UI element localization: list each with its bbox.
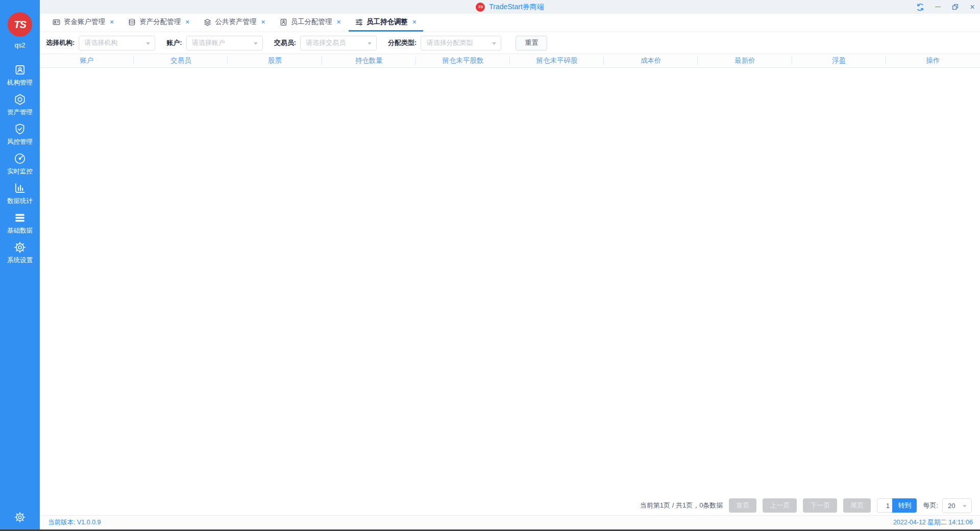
sidebar-settings-button[interactable] <box>0 511 40 523</box>
reset-button[interactable]: 重置 <box>516 36 547 50</box>
minimize-button[interactable] <box>933 3 942 12</box>
realtime-gauge-icon <box>13 152 27 165</box>
sidebar-item-label: 机构管理 <box>7 79 33 87</box>
status-bar: 当前版本: V1.0.0.9 2022-04-12 星期二 14:11:06 <box>40 515 980 529</box>
last-page-button[interactable]: 尾页 <box>843 498 871 513</box>
alloc-type-select[interactable]: 请选择分配类型 <box>421 36 501 50</box>
account-card-icon <box>53 18 60 26</box>
window-title: TradeStart券商端 <box>489 3 544 12</box>
layers-icon <box>204 18 211 26</box>
column-header-floating-profit: 浮盈 <box>792 54 886 67</box>
tab-asset-allocation-management[interactable]: 资产分配管理 × <box>121 14 196 32</box>
table-body-empty <box>40 68 980 496</box>
tab-close-icon[interactable]: × <box>337 18 341 26</box>
column-header-trader: 交易员 <box>134 54 228 67</box>
column-header-position-qty: 持仓数量 <box>322 54 416 67</box>
tab-close-icon[interactable]: × <box>185 18 189 26</box>
datetime-text: 2022-04-12 星期二 14:11:06 <box>893 518 973 527</box>
minimize-icon <box>935 7 941 7</box>
alloc-type-select-label: 分配类型: <box>388 38 416 47</box>
tab-fund-account-management[interactable]: 资金账户管理 × <box>46 14 120 32</box>
sidebar-item-data-statistics[interactable]: 数据统计 <box>7 182 33 206</box>
sidebar-item-label: 实时监控 <box>7 167 33 176</box>
trader-select-label: 交易员: <box>274 38 296 47</box>
tab-close-icon[interactable]: × <box>261 18 265 26</box>
sliders-icon <box>355 18 363 26</box>
pagination-bar: 当前第1页 / 共1页，0条数据 首页 上一页 下一页 尾页 转到 每页: 20 <box>40 496 980 515</box>
column-header-cost-price: 成本价 <box>604 54 698 67</box>
base-data-icon <box>13 211 27 224</box>
refresh-button[interactable] <box>916 3 925 12</box>
tab-employee-allocation-management[interactable]: 员工分配管理 × <box>273 14 348 32</box>
column-header-odd-shares: 留仓未平碎股 <box>510 54 604 67</box>
app-logo: TS <box>8 12 32 37</box>
chevron-down-icon <box>368 42 372 45</box>
close-icon: × <box>970 3 974 11</box>
per-page-select[interactable]: 20 <box>942 498 972 513</box>
sidebar-item-asset-management[interactable]: 资产管理 <box>7 93 33 117</box>
titlebar: TS TradeStart券商端 <box>40 0 980 14</box>
sidebar-menu: 机构管理 资产管理 <box>7 63 33 265</box>
tab-label: 资产分配管理 <box>139 17 181 27</box>
sidebar-item-label: 风控管理 <box>7 138 33 146</box>
goto-page-button[interactable]: 转到 <box>892 498 917 513</box>
employee-book-icon <box>280 18 287 26</box>
system-gear-icon <box>13 241 27 254</box>
first-page-button[interactable]: 首页 <box>729 498 756 513</box>
trader-select-placeholder: 请选择交易员 <box>306 38 346 47</box>
version-text: 当前版本: V1.0.0.9 <box>48 518 101 527</box>
column-header-account: 账户 <box>40 54 134 67</box>
sidebar-item-realtime-monitor[interactable]: 实时监控 <box>7 152 33 176</box>
chevron-down-icon <box>492 42 496 45</box>
next-page-button[interactable]: 下一页 <box>803 498 837 513</box>
chevron-down-icon <box>146 42 150 45</box>
chevron-down-icon <box>963 505 967 508</box>
column-header-open-shares: 留仓未平股数 <box>416 54 510 67</box>
tab-label: 资金账户管理 <box>64 17 105 27</box>
asset-nut-icon <box>13 93 27 106</box>
chevron-down-icon <box>254 42 258 45</box>
column-header-actions: 操作 <box>886 54 980 67</box>
close-button[interactable]: × <box>968 3 977 12</box>
pagination-summary: 当前第1页 / 共1页，0条数据 <box>640 501 723 510</box>
tab-public-asset-management[interactable]: 公共资产管理 × <box>197 14 272 32</box>
table-header: 账户 交易员 股票 持仓数量 留仓未平股数 留仓未平碎股 成本价 最新价 浮盈 … <box>40 54 980 68</box>
tab-label: 员工持仓调整 <box>366 17 408 27</box>
column-header-stock: 股票 <box>228 54 322 67</box>
org-card-icon <box>13 63 27 77</box>
sidebar: TS qs2 机构管理 <box>0 0 40 529</box>
app-window: TS qs2 机构管理 <box>0 0 980 531</box>
sidebar-item-base-data[interactable]: 基础数据 <box>7 211 33 235</box>
title-logo: TS <box>476 3 485 12</box>
maximize-button[interactable] <box>950 3 960 12</box>
per-page-label: 每页: <box>923 501 938 510</box>
prev-page-button[interactable]: 上一页 <box>763 498 797 513</box>
account-select-label: 账户: <box>166 38 182 47</box>
column-header-latest-price: 最新价 <box>698 54 792 67</box>
org-select[interactable]: 请选择机构 <box>79 36 155 50</box>
trader-select[interactable]: 请选择交易员 <box>300 36 377 50</box>
sidebar-item-system-settings[interactable]: 系统设置 <box>7 241 33 265</box>
sidebar-item-risk-management[interactable]: 风控管理 <box>7 122 33 146</box>
tab-close-icon[interactable]: × <box>412 18 416 26</box>
per-page-value: 20 <box>948 502 955 510</box>
sidebar-item-org-management[interactable]: 机构管理 <box>7 63 33 87</box>
risk-shield-icon <box>13 122 27 136</box>
alloc-type-select-placeholder: 请选择分配类型 <box>426 38 473 47</box>
window-controls: × <box>916 0 977 14</box>
gear-icon <box>14 511 26 523</box>
tab-close-icon[interactable]: × <box>110 18 114 26</box>
sidebar-item-label: 系统设置 <box>7 256 33 265</box>
tab-bar: 资金账户管理 × 资产分配管理 × <box>40 14 980 32</box>
org-select-placeholder: 请选择机构 <box>84 38 117 47</box>
username: qs2 <box>15 41 26 49</box>
account-select-placeholder: 请选择账户 <box>192 38 225 47</box>
sidebar-item-label: 资产管理 <box>7 108 33 117</box>
sidebar-item-label: 基础数据 <box>7 226 33 235</box>
stats-bars-icon <box>13 182 27 195</box>
tab-employee-position-adjust[interactable]: 员工持仓调整 × <box>349 14 423 32</box>
title-logo-text: TS <box>478 5 483 9</box>
app-logo-text: TS <box>14 19 26 31</box>
account-select[interactable]: 请选择账户 <box>186 36 263 50</box>
tab-label: 公共资产管理 <box>215 17 256 27</box>
